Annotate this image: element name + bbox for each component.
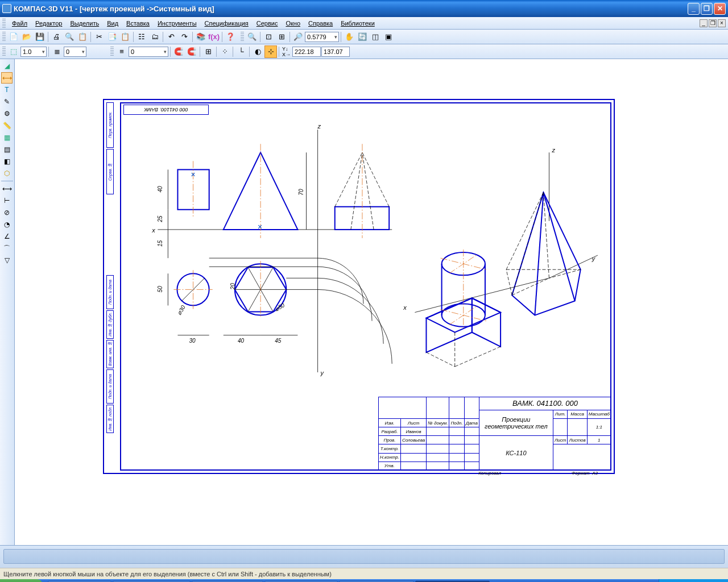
open-button[interactable]: 📂 [20, 31, 33, 43]
angle-dim-icon[interactable]: ∠ [1, 231, 13, 242]
paste-button[interactable]: 📋 [119, 31, 131, 43]
standard-toolbar: 📄 📂 💾 🖨 🔍 📋 ✂ 📑 📋 ☷ 🗂 ↶ ↷ 📚 f(x) ❓ 🔍 ⊡ ⊞… [0, 30, 728, 44]
menu-insert[interactable]: Вставка [122, 19, 154, 28]
grid-button[interactable]: ⊞ [202, 45, 214, 58]
menu-view[interactable]: Вид [103, 19, 122, 28]
svg-line-15 [335, 152, 362, 206]
variables-button[interactable]: f(x) [208, 31, 220, 43]
params-panel-icon[interactable]: ⚙ [1, 108, 13, 119]
svg-text:40: 40 [238, 338, 245, 344]
edit-panel-icon[interactable]: ✎ [1, 96, 13, 107]
associative-panel-icon[interactable]: ⬡ [1, 168, 13, 179]
measure-panel-icon[interactable]: 📏 [1, 120, 13, 131]
close-button[interactable]: ✕ [714, 3, 726, 15]
library-button[interactable]: 📚 [195, 31, 207, 43]
menu-spec[interactable]: Спецификация [201, 19, 253, 28]
mdi-minimize[interactable]: _ [700, 19, 708, 27]
copy-button[interactable]: 📑 [106, 31, 118, 43]
view-button[interactable]: ▣ [382, 31, 395, 43]
svg-text:70: 70 [298, 189, 304, 196]
layer-combo[interactable]: 0 [64, 47, 86, 57]
snap-on-button[interactable]: 🧲 [172, 45, 185, 58]
geometry-panel-icon[interactable]: ◢ [1, 60, 13, 72]
zoom-in-button[interactable]: 🔍 [246, 31, 258, 43]
menu-file[interactable]: Файл [8, 19, 31, 28]
spec-panel-icon[interactable]: ▤ [1, 144, 13, 155]
linear-dim-icon[interactable]: ⊢ [1, 195, 13, 206]
svg-line-55 [549, 255, 597, 278]
maximize-button[interactable]: ❐ [701, 3, 713, 15]
menu-edit[interactable]: Редактор [31, 19, 66, 28]
zoom-prev-button[interactable]: 🔎 [292, 31, 304, 43]
grip[interactable] [110, 47, 114, 57]
coord-y-input[interactable] [321, 47, 350, 57]
linestyle-icon[interactable]: ≡ [115, 45, 128, 58]
local-cs-button[interactable]: ⊹ [264, 45, 277, 58]
ortho-button[interactable]: └ [235, 45, 247, 58]
select-panel-icon[interactable]: ▦ [1, 132, 13, 143]
zoom-combo[interactable]: 0.5779 [305, 32, 339, 42]
print-setup-button[interactable]: 📋 [76, 31, 89, 43]
side-stamp: Перв. примен. Справ. № Подп. и дата Инв.… [106, 102, 120, 471]
grip[interactable] [2, 19, 6, 28]
svg-text:15: 15 [157, 240, 163, 247]
svg-text:40: 40 [157, 186, 163, 193]
dimensions-panel-icon[interactable]: ⟷ [1, 72, 13, 84]
auto-dim-icon[interactable]: ⟷ [1, 183, 13, 194]
redo-button[interactable]: ↷ [178, 31, 191, 43]
zoom-fit-button[interactable]: ⊡ [262, 31, 275, 43]
menu-libs[interactable]: Библиотеки [337, 19, 379, 28]
minimize-button[interactable]: _ [688, 3, 700, 15]
svg-line-72 [535, 193, 543, 315]
diameter-dim-icon[interactable]: ⊘ [1, 207, 13, 218]
property-inner[interactable] [3, 549, 725, 564]
grid-nodes-button[interactable]: ⁘ [218, 45, 231, 58]
refresh-button[interactable]: 🔄 [356, 31, 369, 43]
start-button[interactable]: ⊞ пуск [0, 579, 43, 582]
svg-text:×: × [191, 170, 196, 179]
save-button[interactable]: 💾 [34, 31, 46, 43]
coord-x-input[interactable] [292, 47, 321, 57]
grip[interactable] [241, 32, 244, 42]
grip[interactable] [2, 47, 6, 57]
help-button[interactable]: ❓ [224, 31, 237, 43]
menu-service[interactable]: Сервис [253, 19, 282, 28]
menu-help[interactable]: Справка [304, 19, 337, 28]
linestyle-combo[interactable]: 0 [129, 47, 168, 57]
scale-combo[interactable]: 1.0 [20, 47, 47, 57]
tree-button[interactable]: 🗂 [148, 31, 161, 43]
drawing-sheet: Перв. примен. Справ. № Подп. и дата Инв.… [103, 99, 615, 474]
menu-tools[interactable]: Инструменты [154, 19, 201, 28]
print-button[interactable]: 🖨 [50, 31, 63, 43]
zoom-window-button[interactable]: ⊞ [275, 31, 288, 43]
svg-text:×: × [258, 222, 262, 231]
svg-text:y: y [320, 369, 325, 376]
mdi-restore[interactable]: ❐ [709, 19, 717, 27]
properties-button[interactable]: ☷ [135, 31, 148, 43]
radial-dim-icon[interactable]: ◔ [1, 219, 13, 230]
cut-button[interactable]: ✂ [93, 31, 105, 43]
menu-window[interactable]: Окно [282, 19, 304, 28]
preview-button[interactable]: 🔍 [63, 31, 76, 43]
undo-button[interactable]: ↶ [165, 31, 177, 43]
status-text: Щелкните левой кнопкой мыши на объекте д… [3, 571, 332, 577]
mdi-close[interactable]: × [718, 19, 726, 27]
status-icon[interactable]: ⬚ [7, 45, 20, 58]
menubar: Файл Редактор Выделить Вид Вставка Инстр… [0, 17, 728, 30]
svg-line-75 [543, 193, 549, 278]
height-dim-icon[interactable]: ▽ [1, 255, 13, 266]
snap-off-button[interactable]: 🧲 [185, 45, 198, 58]
round-button[interactable]: ◐ [251, 45, 264, 58]
views-panel-icon[interactable]: ◧ [1, 156, 13, 167]
canvas[interactable]: Перв. примен. Справ. № Подп. и дата Инв.… [15, 59, 728, 545]
layer-icon[interactable]: ≣ [51, 45, 63, 58]
taskbar: ⊞ пуск 💻Мой компьютер 📁ПРОЕКЦИИ ГЕОМ... … [0, 579, 728, 582]
pan-button[interactable]: ✋ [343, 31, 355, 43]
labels-panel-icon[interactable]: T [1, 84, 13, 95]
grip[interactable] [2, 32, 6, 42]
arc-dim-icon[interactable]: ⌒ [1, 243, 13, 254]
new-button[interactable]: 📄 [7, 31, 20, 43]
app-icon [2, 4, 11, 13]
orient-button[interactable]: ◫ [369, 31, 382, 43]
menu-select[interactable]: Выделить [66, 19, 103, 28]
